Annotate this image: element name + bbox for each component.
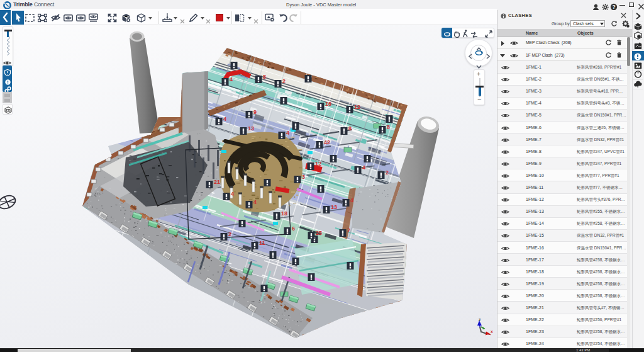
svg-text:21: 21	[214, 179, 220, 185]
svg-text:4: 4	[350, 197, 353, 203]
svg-text:16: 16	[325, 101, 331, 107]
svg-text:3: 3	[302, 174, 305, 180]
svg-text:11: 11	[259, 240, 265, 246]
svg-text:9: 9	[253, 109, 257, 115]
svg-text:?: ?	[612, 4, 615, 10]
svg-text:8: 8	[348, 125, 352, 132]
svg-text:8: 8	[263, 74, 266, 80]
svg-text:4: 4	[362, 164, 365, 171]
svg-text:6: 6	[292, 225, 295, 232]
svg-text:2: 2	[386, 169, 389, 176]
svg-text:4: 4	[253, 199, 257, 205]
svg-text:7: 7	[347, 227, 350, 234]
svg-text:8: 8	[387, 124, 390, 130]
svg-text:4: 4	[286, 130, 289, 136]
svg-text:12: 12	[354, 104, 360, 110]
svg-text:13: 13	[248, 125, 254, 132]
svg-text:2: 2	[282, 78, 286, 84]
svg-text:12: 12	[315, 161, 321, 167]
svg-text:2: 2	[228, 231, 231, 237]
svg-text:4: 4	[223, 116, 226, 122]
svg-text:42: 42	[324, 139, 330, 145]
svg-text:4: 4	[231, 191, 234, 197]
svg-text:13: 13	[331, 204, 337, 210]
svg-text:18: 18	[281, 210, 287, 217]
svg-text:4: 4	[230, 76, 233, 82]
svg-text:25: 25	[316, 230, 322, 236]
